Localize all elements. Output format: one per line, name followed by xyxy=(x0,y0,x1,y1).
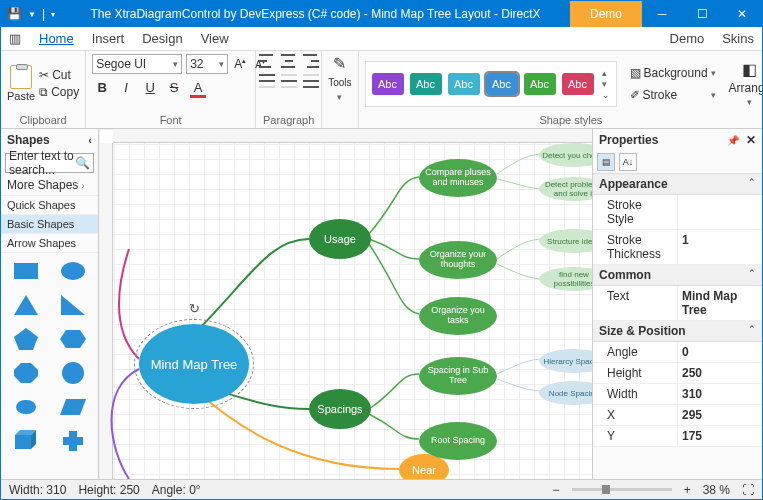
collapse-shapes-icon[interactable]: ‹ xyxy=(88,134,92,146)
section-appearance[interactable]: Appearance⌃ xyxy=(593,174,762,195)
tab-demo[interactable]: Demo xyxy=(670,31,705,46)
shape-rect[interactable] xyxy=(5,257,47,285)
tab-skins[interactable]: Skins xyxy=(722,31,754,46)
font-size-select[interactable]: 32▾ xyxy=(186,54,228,74)
leaf-1[interactable]: Detect you choice xyxy=(539,143,592,167)
shape-parallelogram[interactable] xyxy=(53,393,95,421)
tab-home[interactable]: Home xyxy=(39,31,74,46)
style-swatch-3[interactable]: Abc xyxy=(448,73,480,95)
shape-styles-gallery[interactable]: Abc Abc Abc Abc Abc Abc ▴ ▾ ⌄ xyxy=(365,61,617,107)
section-sizepos[interactable]: Size & Position⌃ xyxy=(593,321,762,342)
ribbon-file-icon[interactable]: ▥ xyxy=(9,31,21,46)
align-left-icon[interactable] xyxy=(259,54,275,68)
diagram-canvas[interactable]: ↻ Mind Map Tree Usage Spacings Near Comp… xyxy=(99,129,592,479)
shape-octagon[interactable] xyxy=(5,359,47,387)
save-icon[interactable]: 💾 xyxy=(7,7,22,21)
svg-point-1 xyxy=(61,262,85,280)
zoom-slider[interactable] xyxy=(572,488,672,491)
prop-view-alpha-icon[interactable]: A↓ xyxy=(619,153,637,171)
leaf-3[interactable]: Structure ideas xyxy=(539,229,592,253)
arrange-button[interactable]: ◧ Arrange ▾ xyxy=(723,60,763,107)
shape-pentagon[interactable] xyxy=(5,325,47,353)
pin-icon[interactable]: 📌 xyxy=(727,135,739,146)
cat-arrow[interactable]: Arrow Shapes xyxy=(1,234,98,253)
stroke-button[interactable]: ✐Stroke▾ xyxy=(627,86,719,104)
tools-dropdown-icon[interactable]: ▾ xyxy=(337,92,342,102)
rotate-handle-icon[interactable]: ↻ xyxy=(189,301,200,316)
style-swatch-5[interactable]: Abc xyxy=(524,73,556,95)
prop-x[interactable]: 295 xyxy=(678,405,762,425)
shape-ellipse[interactable] xyxy=(53,257,95,285)
demo-button[interactable]: Demo xyxy=(570,1,642,27)
paste-button[interactable]: Paste xyxy=(7,65,35,102)
grow-font-icon[interactable]: A▴ xyxy=(232,57,248,71)
prop-stroke-thick[interactable]: 1 xyxy=(678,230,762,264)
node-u2[interactable]: Organize your thoughts xyxy=(419,241,497,279)
leaf-s2[interactable]: Node Spacing xyxy=(539,381,592,405)
prop-width[interactable]: 310 xyxy=(678,384,762,404)
shape-can[interactable] xyxy=(5,393,47,421)
zoom-out-icon[interactable]: − xyxy=(553,483,560,497)
save-dropdown-icon[interactable]: ▼ xyxy=(28,10,36,19)
leaf-s1[interactable]: Hierarcy Spacing xyxy=(539,349,592,373)
strike-button[interactable]: S xyxy=(166,80,182,98)
gallery-up-icon[interactable]: ▴ xyxy=(602,68,610,78)
shape-triangle[interactable] xyxy=(5,291,47,319)
prop-y[interactable]: 175 xyxy=(678,426,762,446)
bold-button[interactable]: B xyxy=(94,80,110,98)
align-right-icon[interactable] xyxy=(303,54,319,68)
valign-top-icon[interactable] xyxy=(259,74,275,88)
close-icon[interactable]: ✕ xyxy=(722,1,762,27)
node-u1[interactable]: Compare pluses and minuses xyxy=(419,159,497,197)
copy-button[interactable]: ⧉Copy xyxy=(39,85,79,99)
leaf-2[interactable]: Detect problems and solve it xyxy=(539,177,592,201)
font-family-select[interactable]: Segoe UI▾ xyxy=(92,54,182,74)
shape-rtriangle[interactable] xyxy=(53,291,95,319)
cut-button[interactable]: ✂Cut xyxy=(39,68,79,82)
gallery-more-icon[interactable]: ⌄ xyxy=(602,90,610,100)
maximize-icon[interactable]: ☐ xyxy=(682,1,722,27)
node-root[interactable]: Mind Map Tree xyxy=(139,324,249,404)
section-common[interactable]: Common⌃ xyxy=(593,265,762,286)
shape-plus[interactable] xyxy=(53,427,95,455)
cat-quick[interactable]: Quick Shapes xyxy=(1,196,98,215)
tab-view[interactable]: View xyxy=(201,31,229,46)
prop-stroke-style[interactable] xyxy=(678,195,762,229)
node-u3[interactable]: Organize you tasks xyxy=(419,297,497,335)
node-usage[interactable]: Usage xyxy=(309,219,371,259)
style-swatch-2[interactable]: Abc xyxy=(410,73,442,95)
tab-insert[interactable]: Insert xyxy=(92,31,125,46)
tab-design[interactable]: Design xyxy=(142,31,182,46)
prop-height[interactable]: 250 xyxy=(678,363,762,383)
underline-button[interactable]: U xyxy=(142,80,158,98)
style-swatch-4[interactable]: Abc xyxy=(486,73,518,95)
prop-angle[interactable]: 0 xyxy=(678,342,762,362)
shapes-search-input[interactable]: Enter text to search...🔍 xyxy=(5,153,94,173)
cat-basic[interactable]: Basic Shapes xyxy=(1,215,98,234)
valign-bot-icon[interactable] xyxy=(303,74,319,88)
node-s1[interactable]: Spacing in Sub Tree xyxy=(419,357,497,395)
zoom-in-icon[interactable]: + xyxy=(684,483,691,497)
leaf-4[interactable]: find new possibilities xyxy=(539,267,592,291)
node-s2[interactable]: Root Spacing xyxy=(419,422,497,460)
node-spacings[interactable]: Spacings xyxy=(309,389,371,429)
gallery-down-icon[interactable]: ▾ xyxy=(602,79,610,89)
minimize-icon[interactable]: ─ xyxy=(642,1,682,27)
style-swatch-6[interactable]: Abc xyxy=(562,73,594,95)
align-center-icon[interactable] xyxy=(281,54,297,68)
shape-hexagon[interactable] xyxy=(53,325,95,353)
valign-mid-icon[interactable] xyxy=(281,74,297,88)
background-button[interactable]: ▧Background▾ xyxy=(627,64,719,82)
quickaccess-dropdown-icon[interactable]: ▾ xyxy=(51,10,55,19)
prop-text[interactable]: Mind Map Tree xyxy=(678,286,762,320)
shape-cube[interactable] xyxy=(5,427,47,455)
cat-more[interactable]: More Shapes › xyxy=(1,175,98,196)
zoom-fit-icon[interactable]: ⛶ xyxy=(742,483,754,497)
shape-decagon[interactable] xyxy=(53,359,95,387)
prop-view-categorized-icon[interactable]: ▤ xyxy=(597,153,615,171)
style-swatch-1[interactable]: Abc xyxy=(372,73,404,95)
close-panel-icon[interactable]: ✕ xyxy=(746,133,756,147)
font-color-button[interactable]: A xyxy=(190,80,206,98)
tools-icon[interactable]: ✎ xyxy=(333,54,346,73)
italic-button[interactable]: I xyxy=(118,80,134,98)
